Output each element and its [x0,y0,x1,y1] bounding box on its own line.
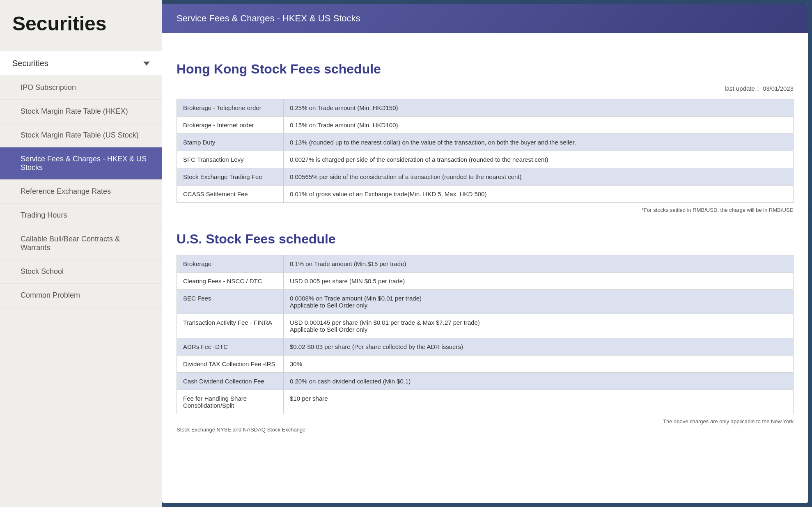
fee-value: $10 per share [284,390,794,414]
table-row: Brokerage - Internet order0.15% on Trade… [177,117,794,134]
fee-label: CCASS Settlement Fee [177,186,284,203]
fee-value: 0.00565% per side of the consideration o… [284,168,794,186]
dropdown-label: Securities [12,59,48,68]
table-row: Fee for Handling Share Consolidation/Spl… [177,390,794,414]
fee-label: Stock Exchange Trading Fee [177,168,284,186]
fee-value: USD 0.000145 per share (Min $0.01 per tr… [284,314,794,338]
us-stock-exchange-note: Stock Exchange NYSE and NASDAQ Stock Exc… [177,427,794,433]
chevron-down-icon [143,62,150,66]
fee-value: 0.20% on cash dividend collected (Min $0… [284,373,794,390]
fee-value: 0.13% (rounded up to the nearest dollar)… [284,134,794,151]
nav-list: IPO SubscriptionStock Margin Rate Table … [0,76,162,307]
fee-label: Brokerage - Telephone order [177,99,284,117]
table-row: Dividend TAX Collection Fee -IRS30% [177,356,794,373]
table-row: Brokerage - Telephone order0.25% on Trad… [177,99,794,117]
fee-label: Clearing Fees - NSCC / DTC [177,273,284,290]
sidebar-title: Securities [0,12,162,51]
us-fee-table: Brokerage0.1% on Trade amount (Min.$15 p… [177,255,794,414]
table-row: SFC Transaction Levy0.0027% is charged p… [177,151,794,168]
fee-label: ADRs Fee -DTC [177,338,284,356]
fee-value: 0.01% of gross value of an Exchange trad… [284,186,794,203]
fee-value: USD 0.005 per share (MIN $0.5 per trade) [284,273,794,290]
sidebar-item-ipo[interactable]: IPO Subscription [0,76,162,100]
sidebar-item-stock-margin-hkex[interactable]: Stock Margin Rate Table (HKEX) [0,100,162,124]
fee-label: SEC Fees [177,290,284,314]
page-header: Service Fees & Charges - HKEX & US Stock… [162,4,808,33]
hk-section-title: Hong Kong Stock Fees schedule [177,62,794,77]
fee-value: 0.0008% on Trade amount (Min $0.01 per t… [284,290,794,314]
fee-label: Dividend TAX Collection Fee -IRS [177,356,284,373]
us-section-title: U.S. Stock Fees schedule [177,232,794,247]
sidebar-item-reference-exchange[interactable]: Reference Exchange Rates [0,180,162,204]
table-row: ADRs Fee -DTC$0.02-$0.03 per share (Per … [177,338,794,356]
fee-value: 0.25% on Trade amount (Min. HKD150) [284,99,794,117]
fee-label: SFC Transaction Levy [177,151,284,168]
table-row: Stock Exchange Trading Fee0.00565% per s… [177,168,794,186]
table-row: Clearing Fees - NSCC / DTCUSD 0.005 per … [177,273,794,290]
fee-value: $0.02-$0.03 per share (Per share collect… [284,338,794,356]
sidebar: Securities Securities IPO SubscriptionSt… [0,0,162,507]
sidebar-item-stock-margin-us[interactable]: Stock Margin Rate Table (US Stock) [0,124,162,147]
fee-value: 30% [284,356,794,373]
table-row: Transaction Activity Fee - FINRAUSD 0.00… [177,314,794,338]
hk-fee-table: Brokerage - Telephone order0.25% on Trad… [177,99,794,203]
fee-label: Brokerage - Internet order [177,117,284,134]
sidebar-item-common-problem[interactable]: Common Problem [0,284,162,307]
hk-footnote: *For stocks settled in RMB/USD, the char… [177,207,794,213]
sidebar-item-callable-bull[interactable]: Callable Bull/Bear Contracts & Warrants [0,227,162,260]
fee-label: Cash Dividend Collection Fee [177,373,284,390]
last-update: last update： 03/01/2023 [177,85,794,93]
fee-value: 0.0027% is charged per side of the consi… [284,151,794,168]
main-content: Service Fees & Charges - HKEX & US Stock… [162,4,808,503]
table-row: Brokerage0.1% on Trade amount (Min.$15 p… [177,255,794,273]
table-row: Stamp Duty0.13% (rounded up to the neare… [177,134,794,151]
sidebar-item-stock-school[interactable]: Stock School [0,260,162,284]
fee-value: 0.15% on Trade amount (Min. HKD100) [284,117,794,134]
page-header-title: Service Fees & Charges - HKEX & US Stock… [177,13,360,23]
content-body: Hong Kong Stock Fees schedule last updat… [162,33,808,445]
securities-dropdown[interactable]: Securities [0,51,162,76]
fee-label: Fee for Handling Share Consolidation/Spl… [177,390,284,414]
sidebar-item-service-fees[interactable]: Service Fees & Charges - HKEX & US Stock… [0,147,162,180]
sidebar-item-trading-hours[interactable]: Trading Hours [0,204,162,227]
table-row: SEC Fees0.0008% on Trade amount (Min $0.… [177,290,794,314]
fee-value: 0.1% on Trade amount (Min.$15 per trade) [284,255,794,273]
fee-label: Stamp Duty [177,134,284,151]
fee-label: Brokerage [177,255,284,273]
table-row: Cash Dividend Collection Fee0.20% on cas… [177,373,794,390]
us-bottom-note: The above charges are only applicable to… [177,418,794,424]
table-row: CCASS Settlement Fee0.01% of gross value… [177,186,794,203]
fee-label: Transaction Activity Fee - FINRA [177,314,284,338]
